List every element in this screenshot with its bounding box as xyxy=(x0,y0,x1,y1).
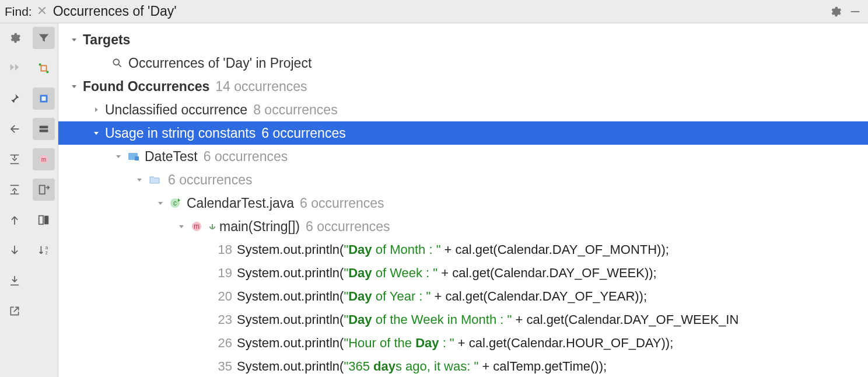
results-tree[interactable]: Targets Occurrences of 'Day' in Project … xyxy=(58,23,868,377)
expand-all-icon[interactable] xyxy=(4,148,26,170)
sort-icon[interactable]: az xyxy=(33,239,55,261)
found-node[interactable]: Found Occurrences 14 occurrences xyxy=(58,75,868,98)
svg-text:z: z xyxy=(45,250,47,256)
code-snippet: System.out.println("Hour of the Day : " … xyxy=(237,336,673,351)
svg-text:a: a xyxy=(45,245,48,250)
minimize-icon[interactable] xyxy=(847,4,863,20)
prev-occurrence-icon[interactable] xyxy=(4,209,26,231)
search-icon xyxy=(111,57,124,69)
find-header: Find: Occurrences of 'Day' xyxy=(0,0,868,23)
svg-rect-17 xyxy=(135,156,139,160)
svg-text:m: m xyxy=(194,222,200,231)
targets-sub-label: Occurrences of 'Day' in Project xyxy=(128,55,312,71)
usage-node[interactable]: Usage in string constants 6 occurrences xyxy=(58,121,868,145)
back-icon[interactable] xyxy=(4,118,26,140)
chevron-down-icon[interactable] xyxy=(176,221,187,232)
svg-rect-1 xyxy=(41,65,46,71)
svg-rect-7 xyxy=(39,130,48,132)
folder-node[interactable]: 6 occurrences xyxy=(58,168,868,191)
method-label: main(String[]) xyxy=(219,219,300,235)
occurrence-row[interactable]: 23System.out.println("Day of the Week in… xyxy=(58,308,868,331)
code-snippet: System.out.println("Day of Month : " + c… xyxy=(237,242,669,257)
code-snippet: System.out.println("Day of Week : " + ca… xyxy=(237,266,657,281)
line-number: 18 xyxy=(211,242,232,257)
unclassified-label: Unclassified occurrence xyxy=(105,102,247,118)
svg-rect-10 xyxy=(39,186,44,194)
svg-rect-2 xyxy=(38,64,41,66)
rerun-icon[interactable] xyxy=(4,57,26,79)
find-label: Find: xyxy=(5,5,32,19)
code-snippet: System.out.println("Day of the Week in M… xyxy=(237,312,738,327)
line-number: 26 xyxy=(211,336,232,351)
chevron-down-icon[interactable] xyxy=(134,174,145,185)
svg-rect-12 xyxy=(44,216,48,225)
chevron-down-icon[interactable] xyxy=(69,81,79,92)
open-external-icon[interactable] xyxy=(4,300,26,322)
found-label: Found Occurrences xyxy=(83,79,209,95)
chevron-right-icon[interactable] xyxy=(91,104,102,115)
class-icon: c xyxy=(169,197,182,210)
targets-sub-node[interactable]: Occurrences of 'Day' in Project xyxy=(58,51,868,75)
settings-icon[interactable] xyxy=(4,27,26,49)
file-count: 6 occurrences xyxy=(300,196,384,211)
svg-text:m: m xyxy=(41,156,46,163)
usage-count: 6 occurrences xyxy=(261,125,345,141)
method-count: 6 occurrences xyxy=(306,219,390,235)
collapse-all-icon[interactable] xyxy=(4,179,26,201)
folder-count: 6 occurrences xyxy=(168,172,252,188)
occurrence-row[interactable]: 35System.out.println("365 days ago, it w… xyxy=(58,355,868,377)
chevron-down-icon[interactable] xyxy=(91,128,102,138)
found-count: 14 occurrences xyxy=(215,79,307,95)
line-number: 35 xyxy=(211,359,232,374)
svg-rect-0 xyxy=(851,11,860,12)
pin-icon[interactable] xyxy=(4,88,26,110)
module-label: DateTest xyxy=(145,149,198,165)
svg-rect-3 xyxy=(46,71,48,74)
code-snippet: System.out.println("Day of Year : " + ca… xyxy=(237,289,647,304)
folder-icon xyxy=(148,173,161,186)
occurrence-row[interactable]: 19System.out.println("Day of Week : " + … xyxy=(58,261,868,285)
unclassified-count: 8 occurrences xyxy=(253,102,337,118)
targets-label: Targets xyxy=(83,32,130,48)
occurrence-row[interactable]: 20System.out.println("Day of Year : " + … xyxy=(58,285,868,308)
static-icon xyxy=(208,220,217,233)
next-occurrence-icon[interactable] xyxy=(4,239,26,261)
autoscroll-icon[interactable] xyxy=(33,179,55,201)
targets-node[interactable]: Targets xyxy=(58,28,868,51)
export-bottom-icon[interactable] xyxy=(4,270,26,292)
preview-icon[interactable] xyxy=(33,209,55,231)
tool-column-right: m az xyxy=(29,23,58,377)
group-module-icon[interactable] xyxy=(33,88,55,110)
unclassified-node[interactable]: Unclassified occurrence 8 occurrences xyxy=(58,98,868,121)
occurrence-row[interactable]: 18System.out.println("Day of Month : " +… xyxy=(58,238,868,261)
chevron-down-icon[interactable] xyxy=(113,151,124,162)
line-number: 20 xyxy=(211,289,232,304)
find-title: Occurrences of 'Day' xyxy=(53,4,177,19)
file-label: CalendarTest.java xyxy=(187,196,294,211)
file-node[interactable]: c CalendarTest.java 6 occurrences xyxy=(58,191,868,215)
module-count: 6 occurrences xyxy=(204,149,288,165)
svg-rect-11 xyxy=(38,216,43,225)
svg-text:c: c xyxy=(173,199,177,207)
line-number: 23 xyxy=(211,312,232,327)
module-icon xyxy=(127,150,140,163)
tool-column-left xyxy=(0,23,29,377)
code-snippet: System.out.println("365 days ago, it was… xyxy=(237,359,607,374)
svg-rect-5 xyxy=(41,96,46,100)
module-node[interactable]: DateTest 6 occurrences xyxy=(58,145,868,168)
usage-label: Usage in string constants xyxy=(105,125,256,141)
chevron-down-icon[interactable] xyxy=(155,198,166,208)
group-package-icon[interactable] xyxy=(33,118,55,140)
filter-icon[interactable] xyxy=(33,27,55,49)
gear-icon[interactable] xyxy=(827,4,844,20)
svg-rect-6 xyxy=(39,126,48,129)
close-tab-icon[interactable] xyxy=(38,5,46,18)
chevron-down-icon[interactable] xyxy=(69,34,79,45)
svg-point-15 xyxy=(113,59,119,65)
group-method-icon[interactable]: m xyxy=(33,148,55,170)
method-node[interactable]: m main(String[]) 6 occurrences xyxy=(58,215,868,238)
occurrence-row[interactable]: 26System.out.println("Hour of the Day : … xyxy=(58,331,868,355)
line-number: 19 xyxy=(211,266,232,281)
method-icon: m xyxy=(190,220,203,233)
group-usage-icon[interactable] xyxy=(33,57,55,79)
